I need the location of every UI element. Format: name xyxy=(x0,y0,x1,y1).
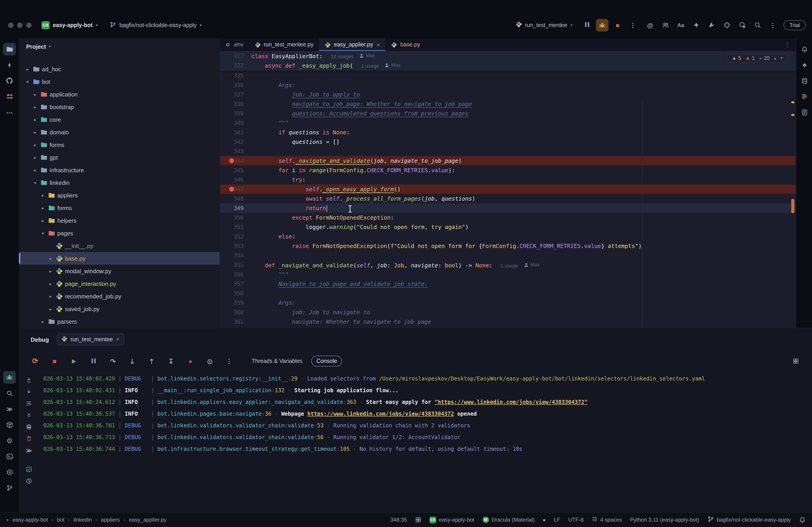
console-link[interactable]: https://www.linkedin.com/jobs/view/43833… xyxy=(307,411,454,417)
vcs-widget[interactable]: bagfix/not-clickable-easy-apply ▾ xyxy=(110,21,202,29)
gutter[interactable]: 351 xyxy=(220,222,244,232)
gutter[interactable]: 349 xyxy=(220,203,244,213)
tree-item-forms[interactable]: ▸forms xyxy=(19,201,220,214)
chevron-closed-icon[interactable]: ▸ xyxy=(32,92,38,97)
tree-item-domain[interactable]: ▸domain xyxy=(19,126,220,138)
typos-count[interactable]: ≈20 xyxy=(759,56,770,61)
gutter[interactable]: 341 xyxy=(220,127,244,137)
kebab-icon[interactable]: ⋮ xyxy=(223,355,235,367)
usages-hint[interactable]: 1 usage xyxy=(501,263,518,268)
chevron-closed-icon[interactable]: ▸ xyxy=(32,104,38,109)
run-config-selector[interactable]: run_test_mentee ▾ xyxy=(516,21,573,29)
caret-position[interactable]: 348:35 xyxy=(390,517,407,523)
tab-run_test_mentee.py[interactable]: run_test_mentee.py xyxy=(249,38,319,51)
breadcrumb-item[interactable]: linkedin xyxy=(74,517,92,523)
step-out-icon[interactable]: ⇡ xyxy=(145,355,158,367)
python-interpreter-selector[interactable]: Python 3.11 (easy-apply-bot) xyxy=(630,517,699,523)
python-console-icon[interactable]: ≫ xyxy=(3,403,16,415)
chevron-closed-icon[interactable]: ▸ xyxy=(32,155,38,160)
users-icon[interactable] xyxy=(659,19,672,31)
project-widget[interactable]: EB easy-apply-bot ▾ xyxy=(42,21,98,29)
scroll-to-end-icon[interactable] xyxy=(26,374,32,386)
tree-item-gpt[interactable]: ▸gpt xyxy=(19,151,220,164)
usages-hint[interactable]: 1 usage xyxy=(361,63,379,69)
wrench-icon[interactable] xyxy=(705,19,718,31)
warnings-count[interactable]: ▲5 xyxy=(732,56,741,61)
services-icon[interactable] xyxy=(3,466,16,478)
debugger-icon[interactable] xyxy=(596,19,609,31)
step-into-icon[interactable]: ⇣ xyxy=(126,355,139,367)
gutter[interactable]: 356 xyxy=(220,270,244,280)
minimize-window-button[interactable] xyxy=(17,22,23,28)
plugin-icon[interactable] xyxy=(721,19,733,31)
sparkle-icon[interactable] xyxy=(690,19,702,31)
line-ending-selector[interactable]: LF xyxy=(554,517,560,523)
weak-warnings-count[interactable]: ▲1 xyxy=(746,56,755,61)
packages-icon[interactable] xyxy=(3,418,16,431)
gutter[interactable]: 337 xyxy=(220,90,244,100)
gutter[interactable]: 345 xyxy=(220,165,244,175)
chevron-open-icon[interactable]: ▾ xyxy=(32,180,38,185)
gutter[interactable]: 338 xyxy=(220,99,244,109)
soft-wrap-icon[interactable] xyxy=(26,397,32,409)
gutter[interactable]: 322 xyxy=(220,60,244,70)
view-breakpoints-icon[interactable]: ⊙ xyxy=(203,355,216,367)
close-window-button[interactable] xyxy=(8,22,14,28)
tab-threads-variables[interactable]: Threads & Variables xyxy=(247,356,307,366)
close-icon[interactable]: × xyxy=(377,41,380,48)
chevron-closed-icon[interactable]: ▸ xyxy=(40,193,46,198)
usages-hint[interactable]: 12 usages xyxy=(331,54,354,59)
editor-area[interactable]: ⚙.envrun_test_mentee.pyeasy_applier.py×b… xyxy=(220,38,796,328)
pause-icon[interactable] xyxy=(581,19,593,31)
console-output[interactable]: 026-03-13 15:40:02.429 | DEBUG | bot.lin… xyxy=(39,372,812,512)
gutter[interactable]: 359 xyxy=(220,298,244,308)
project-icon[interactable] xyxy=(3,43,16,56)
rerun-icon[interactable]: ⟳ xyxy=(29,355,42,367)
chevron-closed-icon[interactable]: ▸ xyxy=(32,117,38,122)
gutter[interactable]: 353 xyxy=(220,241,244,251)
notifications-icon[interactable] xyxy=(799,516,806,523)
bolt-icon[interactable] xyxy=(3,59,16,71)
gutter[interactable]: 354 xyxy=(220,251,244,260)
database-icon[interactable] xyxy=(798,74,811,87)
tab-console[interactable]: Console xyxy=(311,356,342,366)
window-layout-icon[interactable] xyxy=(415,517,421,523)
chevron-closed-icon[interactable]: ▸ xyxy=(47,256,54,261)
code-area[interactable]: 335336 Args:337 job: Job to apply to338 … xyxy=(220,70,796,328)
stop-icon[interactable]: ■ xyxy=(611,19,624,31)
tree-item-linkedin[interactable]: ▾linkedin xyxy=(19,176,220,189)
scrollbar-thumb[interactable] xyxy=(791,199,794,213)
gutter[interactable]: 335 xyxy=(220,71,244,81)
author-hint[interactable]: Max xyxy=(523,260,540,270)
tree-item-core[interactable]: ▸core xyxy=(19,113,220,126)
kebab-icon[interactable]: ⋮ xyxy=(627,19,639,31)
prev-problem-icon[interactable]: ▴ xyxy=(774,56,776,60)
chevron-closed-icon[interactable]: ▸ xyxy=(32,142,38,147)
document-icon[interactable] xyxy=(798,106,811,119)
debug-icon[interactable] xyxy=(3,371,16,383)
console-link[interactable]: "https://www.linkedin.com/jobs/view/4383… xyxy=(434,399,588,405)
at-icon[interactable]: @ xyxy=(644,19,656,31)
clear-icon[interactable] xyxy=(26,433,32,445)
tree-item-infrastructure[interactable]: ▸infrastructure xyxy=(19,164,220,176)
encoding-selector[interactable]: UTF-8 xyxy=(568,517,583,523)
layout-settings-icon[interactable] xyxy=(789,355,802,367)
run-to-cursor-icon[interactable]: ↧ xyxy=(165,355,177,367)
gutter[interactable]: 336 xyxy=(220,80,244,90)
inspections-widget[interactable]: ▲5▲1≈20▴▾ xyxy=(727,54,788,63)
tree-item-forms[interactable]: ▸forms xyxy=(19,138,220,151)
pause-icon[interactable] xyxy=(87,355,100,367)
chevron-closed-icon[interactable]: ▸ xyxy=(47,306,54,311)
chevron-closed-icon[interactable]: ▸ xyxy=(47,269,54,273)
tree-item-parsers[interactable]: ▸parsers xyxy=(19,315,220,328)
tree-item-bootstrap[interactable]: ▸bootstrap xyxy=(19,101,220,113)
tab-base.py[interactable]: base.py xyxy=(386,38,426,51)
chevron-closed-icon[interactable]: ▸ xyxy=(40,205,46,210)
print-icon[interactable] xyxy=(26,421,32,433)
tab-.env[interactable]: ⚙.env xyxy=(220,38,249,51)
search-icon[interactable] xyxy=(3,387,16,400)
vcs-icon[interactable] xyxy=(3,481,16,494)
tree-item-bot[interactable]: ▾bot xyxy=(19,75,220,88)
next-problem-icon[interactable]: ▾ xyxy=(781,56,783,60)
chevron-open-icon[interactable]: ▾ xyxy=(40,230,46,236)
